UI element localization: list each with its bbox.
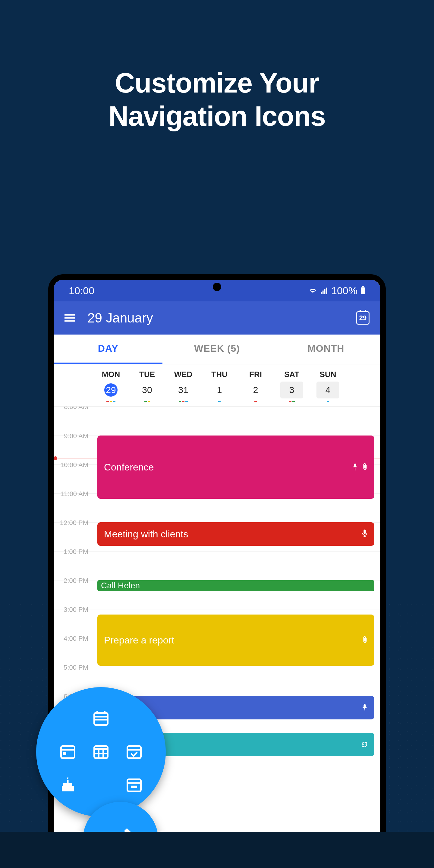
pin-icon bbox=[362, 702, 368, 713]
today-calendar-icon[interactable]: 29 bbox=[356, 311, 370, 324]
day-col-thu[interactable]: THU1 bbox=[201, 370, 238, 403]
hour-label: 9:00 AM bbox=[54, 432, 94, 440]
day-of-week-label: SUN bbox=[320, 370, 336, 379]
day-col-sat[interactable]: SAT3 bbox=[274, 370, 310, 403]
battery-icon bbox=[361, 285, 365, 297]
day-number: 2 bbox=[249, 383, 262, 397]
day-number: 3 bbox=[285, 383, 299, 397]
day-col-tue[interactable]: TUE30 bbox=[129, 370, 165, 403]
day-of-week-label: FRI bbox=[249, 370, 262, 379]
calendar-variant-3-icon[interactable] bbox=[92, 742, 110, 762]
hour-label: 11:00 AM bbox=[54, 490, 94, 498]
day-col-mon[interactable]: MON29 bbox=[93, 370, 129, 403]
week-strip: MON29TUE30WED31THU1FRI2SAT3SUN4 bbox=[54, 364, 380, 407]
event-title: Meeting with clients bbox=[104, 529, 188, 540]
signal-icon bbox=[320, 285, 328, 297]
event-icons bbox=[361, 739, 368, 750]
today-calendar-day: 29 bbox=[359, 314, 367, 322]
svg-rect-5 bbox=[361, 287, 365, 294]
battery-text: 100% bbox=[331, 285, 358, 297]
svg-rect-22 bbox=[127, 779, 141, 792]
status-right: 100% bbox=[308, 285, 365, 297]
svg-rect-14 bbox=[63, 752, 66, 755]
hero-line1: Customize Your bbox=[115, 67, 319, 98]
event-icons bbox=[352, 462, 368, 473]
event-meeting-with-clients[interactable]: Meeting with clients bbox=[97, 522, 374, 546]
hour-label: 2:00 PM bbox=[54, 577, 94, 585]
refresh-icon bbox=[361, 739, 368, 750]
calendar-minus-icon[interactable] bbox=[125, 775, 143, 795]
hour-label: 1:00 PM bbox=[54, 548, 94, 556]
event-title: Call Helen bbox=[101, 581, 140, 590]
camera-notch bbox=[213, 283, 221, 291]
tab-week[interactable]: WEEK (5) bbox=[162, 335, 271, 364]
svg-rect-0 bbox=[321, 292, 322, 294]
day-number: 29 bbox=[104, 383, 118, 397]
wifi-icon bbox=[308, 285, 317, 297]
event-dots bbox=[289, 401, 295, 403]
svg-rect-20 bbox=[127, 746, 141, 758]
hour-label: 3:00 PM bbox=[54, 606, 94, 614]
hour-label: 8:00 AM bbox=[54, 407, 94, 411]
event-dots bbox=[179, 401, 188, 403]
day-number: 31 bbox=[177, 383, 190, 397]
hour-label: 5:00 PM bbox=[54, 664, 94, 672]
tab-month[interactable]: MONTH bbox=[272, 335, 380, 364]
day-of-week-label: THU bbox=[211, 370, 227, 379]
event-title: Conference bbox=[104, 462, 154, 473]
app-header: 29 January 29 bbox=[54, 301, 380, 335]
day-col-fri[interactable]: FRI2 bbox=[238, 370, 274, 403]
day-of-week-label: WED bbox=[174, 370, 193, 379]
event-icons bbox=[362, 529, 368, 540]
day-number: 1 bbox=[213, 383, 226, 397]
hour-label: 10:00 AM bbox=[54, 461, 94, 469]
tab-day[interactable]: DAY bbox=[54, 335, 162, 364]
calendar-check-icon[interactable] bbox=[125, 742, 143, 762]
event-call-helen[interactable]: Call Helen bbox=[97, 580, 374, 591]
event-icons bbox=[362, 635, 368, 646]
header-title: 29 January bbox=[87, 310, 344, 326]
svg-rect-15 bbox=[94, 746, 108, 758]
hour-label: 12:00 PM bbox=[54, 519, 94, 527]
day-of-week-label: SAT bbox=[284, 370, 299, 379]
birthday-cake-icon[interactable] bbox=[59, 775, 77, 795]
mic-icon bbox=[362, 529, 368, 540]
pin-icon bbox=[352, 462, 358, 473]
hero-title: Customize Your Navigation Icons bbox=[108, 66, 326, 133]
day-col-wed[interactable]: WED31 bbox=[165, 370, 201, 403]
bottom-band bbox=[0, 832, 434, 868]
day-number: 30 bbox=[141, 383, 154, 397]
event-dots bbox=[106, 401, 116, 403]
calendar-variant-1-icon[interactable] bbox=[92, 709, 110, 728]
svg-rect-1 bbox=[322, 290, 324, 294]
hour-label: 4:00 PM bbox=[54, 635, 94, 643]
svg-rect-3 bbox=[326, 287, 327, 294]
event-dots bbox=[144, 401, 150, 403]
icon-picker-bubble[interactable] bbox=[36, 687, 166, 817]
event-dots bbox=[327, 401, 329, 403]
day-number: 4 bbox=[321, 383, 335, 397]
event-dots bbox=[254, 401, 257, 403]
svg-rect-6 bbox=[364, 530, 366, 534]
event-icons bbox=[362, 702, 368, 713]
svg-rect-12 bbox=[61, 746, 75, 758]
status-time: 10:00 bbox=[69, 285, 94, 297]
day-col-sun[interactable]: SUN4 bbox=[310, 370, 346, 403]
svg-rect-4 bbox=[362, 286, 364, 287]
day-of-week-label: TUE bbox=[139, 370, 155, 379]
day-of-week-label: MON bbox=[102, 370, 120, 379]
calendar-variant-2-icon[interactable] bbox=[59, 742, 77, 762]
event-conference[interactable]: Conference bbox=[97, 435, 374, 499]
view-tabs: DAYWEEK (5)MONTH bbox=[54, 335, 380, 364]
hamburger-menu-icon[interactable] bbox=[64, 314, 75, 321]
clip-icon bbox=[362, 462, 368, 473]
event-prepare-a-report[interactable]: Prepare a report bbox=[97, 615, 374, 666]
svg-rect-2 bbox=[324, 289, 326, 294]
event-title: Prepare a report bbox=[104, 635, 174, 646]
hero-line2: Navigation Icons bbox=[108, 101, 326, 131]
clip-icon bbox=[362, 635, 368, 646]
event-dots bbox=[218, 401, 221, 403]
